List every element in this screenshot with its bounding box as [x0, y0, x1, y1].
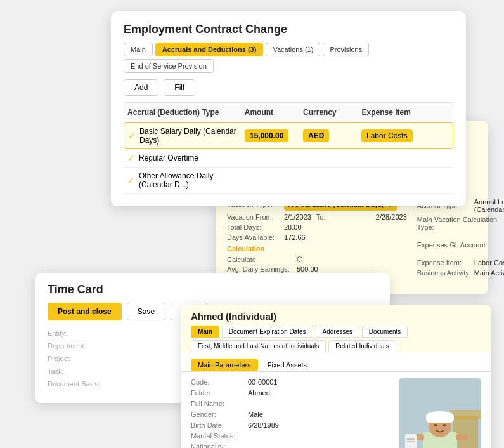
project-label: Project: — [48, 355, 117, 362]
astab-fixed-assets[interactable]: Fixed Assets — [261, 359, 314, 371]
code-row: Code: 00-00001 — [191, 378, 391, 386]
birthdate-row: Birth Date: 6/28/1989 — [191, 421, 391, 429]
table-row[interactable]: ✓ Basic Salary Daily (Calendar Days) 15,… — [124, 122, 453, 149]
nationality-row: Nationality: — [191, 443, 391, 448]
calculate-value: ⬡ — [297, 255, 303, 263]
ahmed-header: Ahmed (Individual) Main Document Expirat… — [181, 305, 491, 352]
row1-amount: 15,000.00 — [245, 129, 288, 142]
vacation-from-row: Vacation From: 2/1/2023 To: 2/28/2023 — [227, 213, 407, 221]
vacation-from-value: 2/1/2023 — [284, 213, 311, 221]
atab-addresses[interactable]: Addresses — [316, 326, 359, 338]
fill-button[interactable]: Fill — [164, 79, 195, 96]
entity-label: Entity: — [48, 329, 117, 337]
tab-vacations[interactable]: Vacations (1) — [266, 43, 320, 56]
avg-daily-row: Avg. Daily Earnings: 500.00 — [227, 265, 407, 273]
employment-btn-row: Add Fill — [124, 79, 453, 96]
tab-end-service[interactable]: End of Service Provision — [124, 59, 214, 73]
col-currency: Currency — [303, 108, 361, 117]
department-label: Department: — [48, 342, 117, 350]
row3-type: Other Allowance Daily (Calendar D...) — [139, 171, 245, 189]
total-days-label: Total Days: — [227, 223, 284, 231]
calculate-row: Calculate ⬡ — [227, 255, 407, 263]
marital-label: Marital Status: — [191, 432, 248, 440]
code-label: Code: — [191, 378, 248, 386]
row1-currency: AED — [303, 129, 329, 142]
task-label: Task: — [48, 367, 117, 375]
tab-accruals[interactable]: Accruals and Deductions (3) — [155, 43, 264, 56]
atab-related[interactable]: Related Individuals — [328, 340, 396, 352]
atab-documents[interactable]: Documents — [362, 326, 408, 338]
fullname-row: Full Name: — [191, 400, 391, 407]
check-icon: ✓ — [127, 153, 135, 163]
business-activity-row: Business Activity: Main Activity — [417, 269, 504, 277]
ahmed-body: Code: 00-00001 Folder: Ahmed Full Name: … — [181, 372, 491, 448]
row1-expense: Labor Costs — [361, 129, 413, 142]
table-row[interactable]: ✓ Regular Overtime — [124, 149, 453, 168]
expense-item-value: Labor Costs — [474, 259, 504, 267]
document-basis-label: Document Basis: — [48, 380, 117, 388]
folder-row: Folder: Ahmed — [191, 389, 391, 397]
ahmed-tabs: Main Document Expiration Dates Addresses… — [191, 326, 481, 352]
row2-type: Regular Overtime — [139, 154, 198, 162]
business-activity-label: Business Activity: — [417, 269, 474, 277]
birthdate-label: Birth Date: — [191, 421, 248, 429]
days-available-row: Days Available: 172.66 — [227, 234, 407, 241]
col-type: Accrual (Deduction) Type — [127, 108, 245, 117]
main-vac-calc-row: Main Vacation Calculation Type: By Basic… — [417, 216, 504, 231]
tc-fields: Entity: Department: Project: Task: Docum… — [48, 329, 117, 393]
svg-point-9 — [443, 424, 446, 426]
timecard-title: Time Card — [48, 283, 377, 296]
vacation-to-value: 2/28/2023 — [376, 213, 407, 221]
employment-tabs: Main Accruals and Deductions (3) Vacatio… — [124, 43, 453, 73]
vacation-from-label: Vacation From: — [227, 213, 284, 221]
total-days-row: Total Days: 28.00 — [227, 223, 407, 231]
atab-names[interactable]: First, Middle and Last Names of Individu… — [191, 340, 326, 352]
row1-type: Basic Salary Daily (Calendar Days) — [139, 127, 245, 145]
employment-contract-card: Employment Contract Change Main Accruals… — [111, 11, 466, 206]
expense-item-label: Expense Item: — [417, 259, 474, 267]
ahmed-card: Ahmed (Individual) Main Document Expirat… — [181, 305, 491, 448]
folder-value: Ahmed — [248, 389, 270, 397]
code-value: 00-00001 — [248, 378, 278, 386]
vacation-to-label: To: — [316, 213, 373, 221]
gender-label: Gender: — [191, 411, 248, 418]
gender-row: Gender: Male — [191, 411, 391, 418]
col-expense: Expense Item — [361, 108, 449, 117]
avg-daily-value: 500.00 — [297, 265, 318, 273]
marital-row: Marital Status: — [191, 432, 391, 440]
calculate-label: Calculate — [227, 256, 297, 263]
atab-doc-expiry[interactable]: Document Expiration Dates — [222, 326, 313, 338]
svg-rect-7 — [426, 413, 454, 423]
birthdate-value: 6/28/1989 — [248, 421, 279, 429]
atab-main[interactable]: Main — [191, 326, 219, 338]
check-icon: ✓ — [128, 131, 136, 141]
svg-rect-2 — [449, 410, 481, 419]
calculation-title: Calculation — [227, 245, 407, 253]
total-days-value: 28.00 — [284, 223, 302, 231]
tab-main[interactable]: Main — [124, 43, 153, 56]
add-button[interactable]: Add — [124, 79, 158, 96]
days-available-value: 172.66 — [284, 234, 306, 241]
svg-point-8 — [434, 424, 437, 426]
ahmed-name: Ahmed (Individual) — [191, 311, 481, 322]
ahmed-photo — [399, 378, 481, 448]
table-header: Accrual (Deduction) Type Amount Currency… — [124, 102, 453, 122]
accrual-type-value: Annual Leave (Calendar Days) — [474, 198, 504, 213]
post-close-button[interactable]: Post and close — [48, 303, 122, 320]
employment-title: Employment Contract Change — [124, 23, 453, 36]
gender-value: Male — [248, 411, 263, 418]
table-row[interactable]: ✓ Other Allowance Daily (Calendar D...) — [124, 168, 453, 194]
tab-provisions[interactable]: Provisions — [323, 43, 369, 56]
ahmed-sub-tabs: Main Parameters Fixed Assets — [181, 355, 491, 372]
folder-label: Folder: — [191, 389, 248, 397]
col-amount: Amount — [245, 108, 303, 117]
svg-rect-11 — [456, 434, 468, 440]
avg-daily-label: Avg. Daily Earnings: — [227, 265, 297, 273]
expenses-gl-row: Expenses GL Account: Employee Benefits E… — [417, 234, 504, 256]
save-button[interactable]: Save — [127, 303, 165, 320]
main-vac-calc-label: Main Vacation Calculation Type: — [417, 216, 504, 231]
ahmed-fields: Code: 00-00001 Folder: Ahmed Full Name: … — [191, 378, 391, 448]
business-activity-value: Main Activity — [474, 269, 504, 277]
astab-main-params[interactable]: Main Parameters — [191, 359, 258, 371]
check-icon: ✓ — [127, 175, 135, 185]
